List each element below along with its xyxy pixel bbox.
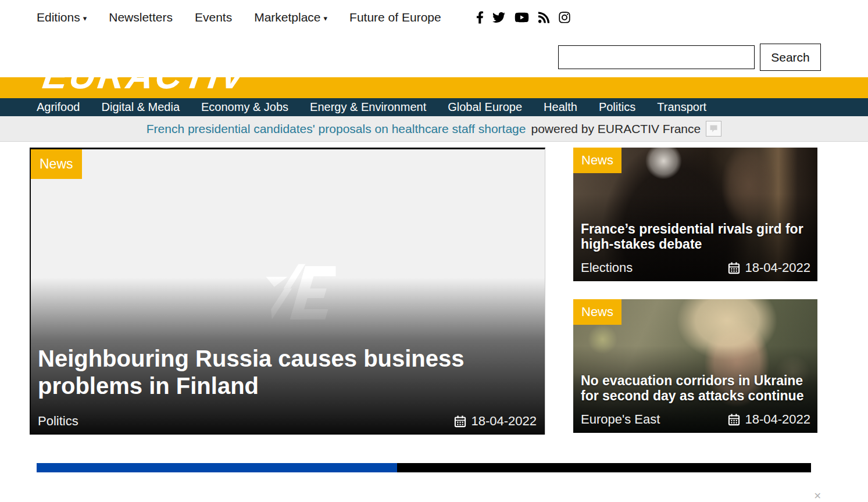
speech-bubble-icon (709, 124, 718, 133)
ticker-powered-by: powered by EURACTIV France (531, 122, 701, 136)
ad-banner[interactable] (37, 463, 811, 472)
topnav-editions-label: Editions (37, 10, 80, 24)
search-button[interactable]: Search (760, 44, 821, 71)
comment-icon[interactable] (706, 121, 721, 137)
topnav-future-of-europe-label: Future of Europe (349, 10, 441, 24)
lead-article-card[interactable]: News Neighbouring Russia causes business… (30, 148, 545, 435)
side-article-date-text: 18-04-2022 (745, 412, 810, 427)
topnav-newsletters[interactable]: Newsletters (109, 10, 173, 24)
search-input[interactable] (558, 45, 755, 69)
lead-article-title[interactable]: Neighbouring Russia causes business prob… (38, 345, 520, 400)
nav-economy-jobs[interactable]: Economy & Jobs (201, 101, 288, 114)
chevron-down-icon: ▾ (83, 14, 87, 23)
lead-article-category[interactable]: Politics (38, 414, 78, 429)
ad-banner-blue-segment (37, 463, 397, 472)
nav-transport[interactable]: Transport (657, 101, 706, 114)
nav-digital-media[interactable]: Digital & Media (102, 101, 180, 114)
calendar-icon (728, 262, 740, 274)
news-badge: News (31, 149, 82, 179)
lead-article-date-text: 18-04-2022 (471, 414, 537, 429)
nav-health[interactable]: Health (544, 101, 577, 114)
nav-agrifood[interactable]: Agrifood (37, 101, 80, 114)
side-article-card[interactable]: News France’s presidential rivals gird f… (573, 148, 817, 281)
site-header: Editions▾ Newsletters Events Marketplace… (0, 0, 868, 77)
calendar-icon (454, 415, 466, 428)
lead-article-meta: Politics 18-04-2022 (38, 414, 537, 429)
rss-icon[interactable] (538, 11, 550, 24)
euractiv-logo[interactable]: EURACTIV (40, 77, 251, 97)
topnav-events-label: Events (195, 10, 232, 24)
topnav-marketplace-label: Marketplace (254, 10, 320, 24)
side-article-meta: Europe's East 18-04-2022 (581, 412, 810, 427)
topnav-editions[interactable]: Editions▾ (37, 10, 87, 24)
side-article-date: 18-04-2022 (728, 260, 810, 275)
chevron-down-icon: ▾ (324, 14, 328, 23)
side-article-card[interactable]: News No evacuation corridors in Ukraine … (573, 299, 817, 433)
ticker-headline-link[interactable]: French presidential candidates' proposal… (147, 122, 526, 136)
top-navigation: Editions▾ Newsletters Events Marketplace… (0, 0, 868, 28)
news-badge: News (573, 148, 621, 173)
side-article-title[interactable]: No evacuation corridors in Ukraine for s… (581, 373, 813, 404)
nav-politics[interactable]: Politics (599, 101, 635, 114)
topnav-events[interactable]: Events (195, 10, 232, 24)
side-article-date-text: 18-04-2022 (745, 260, 810, 275)
ad-close-icon[interactable]: ✕ (814, 490, 821, 501)
side-column: News France’s presidential rivals gird f… (573, 148, 817, 435)
brand-band: EURACTIV (0, 77, 868, 98)
side-article-date: 18-04-2022 (728, 412, 810, 427)
nav-global-europe[interactable]: Global Europe (448, 101, 522, 114)
topnav-future-of-europe[interactable]: Future of Europe (349, 10, 441, 24)
side-article-category[interactable]: Europe's East (581, 412, 660, 427)
social-links (476, 11, 571, 24)
ticker-bar: French presidential candidates' proposal… (0, 116, 868, 142)
side-article-category[interactable]: Elections (581, 260, 633, 275)
calendar-icon (728, 414, 740, 426)
facebook-icon[interactable] (476, 11, 484, 24)
news-badge: News (573, 299, 621, 325)
twitter-icon[interactable] (492, 11, 506, 24)
topnav-newsletters-label: Newsletters (109, 10, 173, 24)
youtube-icon[interactable] (514, 11, 530, 24)
bottom-ad-overlay: ✕ (0, 459, 868, 502)
side-article-meta: Elections 18-04-2022 (581, 260, 810, 275)
instagram-icon[interactable] (558, 11, 571, 24)
lead-article-date: 18-04-2022 (454, 414, 537, 429)
nav-energy-environment[interactable]: Energy & Environment (310, 101, 426, 114)
side-article-title[interactable]: France’s presidential rivals gird for hi… (581, 221, 813, 252)
topnav-marketplace[interactable]: Marketplace▾ (254, 10, 327, 24)
ad-banner-black-segment (397, 463, 811, 472)
main-content: News Neighbouring Russia causes business… (0, 142, 868, 435)
section-navigation: Agrifood Digital & Media Economy & Jobs … (0, 98, 868, 116)
